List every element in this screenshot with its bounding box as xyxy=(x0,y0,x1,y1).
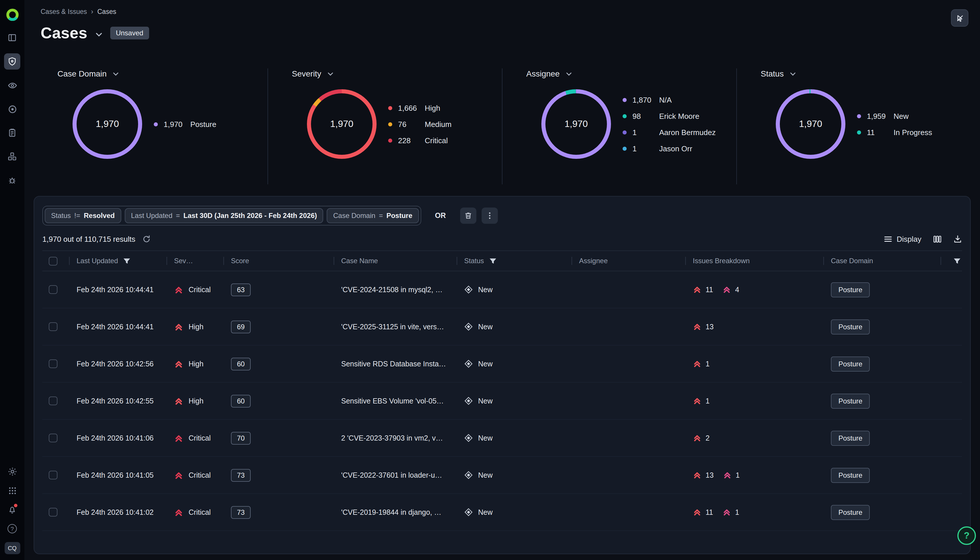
table-row[interactable]: Feb 24th 2026 10:41:02 Critical 73 'CVE-… xyxy=(42,494,962,531)
settings-gear-icon[interactable] xyxy=(4,463,20,479)
column-label: Last Updated xyxy=(77,257,118,265)
case-name-link[interactable]: Sensitive EBS Volume 'vol-05… xyxy=(334,397,457,405)
breadcrumb-cases-and-issues[interactable]: Cases & Issues xyxy=(41,8,87,15)
column-header[interactable]: Status xyxy=(457,257,572,265)
column-filter-icon[interactable] xyxy=(489,257,497,265)
column-header[interactable]: Case Domain xyxy=(823,257,945,265)
cases-panel: Status != Resolved Last Updated = Last 3… xyxy=(33,196,971,554)
nav-threats-bug-icon[interactable] xyxy=(4,172,20,188)
chevron-down-icon xyxy=(789,70,796,77)
user-avatar[interactable]: CQ xyxy=(4,542,20,554)
nav-compliance-clipboard-icon[interactable] xyxy=(4,125,20,141)
case-domain-pill[interactable]: Posture xyxy=(831,468,870,483)
column-header[interactable]: Case Name xyxy=(334,257,457,265)
severity-label: Critical xyxy=(189,434,211,442)
row-checkbox[interactable] xyxy=(49,285,57,294)
apps-grid-icon[interactable] xyxy=(4,482,20,498)
filter-more-button[interactable] xyxy=(482,208,498,224)
filter-chip[interactable]: Last Updated = Last 30D (Jan 25th 2026 -… xyxy=(124,208,323,223)
severity-label: High xyxy=(189,360,203,368)
column-label: Issues Breakdown xyxy=(693,257,750,265)
case-name-link[interactable]: Sensitive RDS Database Insta… xyxy=(334,360,457,368)
case-name-link[interactable]: 'CVE-2022-37601 in loader-u… xyxy=(334,471,457,479)
table-row[interactable]: Feb 24th 2026 10:41:05 Critical 73 'CVE-… xyxy=(42,457,962,494)
table-row[interactable]: Feb 24th 2026 10:44:41 Critical 63 'CVE-… xyxy=(42,271,962,308)
filter-operator: = xyxy=(379,212,383,220)
refresh-button[interactable] xyxy=(142,235,151,243)
nav-assets-boxes-icon[interactable] xyxy=(4,148,20,165)
legend-dot xyxy=(388,106,392,110)
chart-section: Assignee 1,970 1,870 N/A 98 Erick Moore … xyxy=(502,68,736,184)
issue-breakdown-item: 1 xyxy=(693,397,710,405)
issue-severity-icon xyxy=(722,508,731,517)
filter-chip[interactable]: Status != Resolved xyxy=(45,208,121,223)
chevron-down-icon xyxy=(326,70,334,77)
column-header[interactable]: Assignee xyxy=(572,257,685,265)
display-icon xyxy=(884,235,893,243)
legend-count: 76 xyxy=(398,119,421,129)
breadcrumb-separator: › xyxy=(91,8,94,15)
legend-count: 228 xyxy=(398,135,421,145)
case-domain-pill[interactable]: Posture xyxy=(831,319,870,334)
notifications-bell-icon[interactable] xyxy=(4,502,20,518)
issue-severity-icon xyxy=(723,471,732,479)
table-toolbar: Display xyxy=(884,235,962,243)
table-filter-icon[interactable] xyxy=(953,257,961,265)
column-header[interactable]: Last Updated xyxy=(69,257,167,265)
cell-severity: Critical xyxy=(167,285,223,294)
donut-chart: 1,970 xyxy=(72,89,142,159)
legend-label: Erick Moore xyxy=(659,111,699,121)
download-button[interactable] xyxy=(953,235,962,243)
delete-filters-button[interactable] xyxy=(460,208,477,224)
display-label: Display xyxy=(897,235,921,243)
help-button[interactable]: ? xyxy=(957,527,976,545)
chart-dropdown[interactable]: Severity xyxy=(292,69,334,78)
filter-chip[interactable]: Case Domain = Posture xyxy=(327,208,419,223)
column-header[interactable]: Sev… xyxy=(167,257,223,265)
row-checkbox[interactable] xyxy=(49,471,57,479)
column-filter-icon[interactable] xyxy=(123,257,131,265)
table-row[interactable]: Feb 24th 2026 10:44:41 High 69 'CVE-2025… xyxy=(42,308,962,345)
results-summary: 1,970 out of 110,715 results xyxy=(42,235,135,243)
nav-cases-shield-icon[interactable] xyxy=(4,53,20,70)
case-domain-pill[interactable]: Posture xyxy=(831,356,870,371)
case-domain-pill[interactable]: Posture xyxy=(831,282,870,297)
column-header[interactable]: Score xyxy=(223,257,334,265)
chart-dropdown[interactable]: Status xyxy=(761,69,796,78)
row-checkbox[interactable] xyxy=(49,433,57,442)
severity-icon xyxy=(174,470,183,480)
table-row[interactable]: Feb 24th 2026 10:41:06 Critical 70 2 'CV… xyxy=(42,420,962,457)
title-chevron-down-icon[interactable] xyxy=(94,30,103,38)
nav-detection-target-icon[interactable] xyxy=(4,101,20,117)
chevron-down-icon xyxy=(565,70,572,77)
row-checkbox[interactable] xyxy=(49,508,57,517)
case-domain-pill[interactable]: Posture xyxy=(831,505,870,520)
column-header[interactable]: Issues Breakdown xyxy=(685,257,823,265)
case-name-link[interactable]: 2 'CVE-2023-37903 in vm2, v… xyxy=(334,434,457,442)
case-domain-pill[interactable]: Posture xyxy=(831,430,870,445)
table-row[interactable]: Feb 24th 2026 10:42:56 High 60 Sensitive… xyxy=(42,345,962,383)
case-name-link[interactable]: 'CVE-2024-21508 in mysql2, … xyxy=(334,285,457,293)
row-checkbox[interactable] xyxy=(49,322,57,331)
case-domain-pill[interactable]: Posture xyxy=(831,393,870,408)
case-name-link[interactable]: 'CVE-2025-31125 in vite, vers… xyxy=(334,323,457,331)
pointer-off-button[interactable] xyxy=(951,9,968,27)
chart-legend: 1,970 Posture xyxy=(154,119,216,129)
select-all-checkbox[interactable] xyxy=(49,257,57,265)
nav-visibility-eye-icon[interactable] xyxy=(4,77,20,93)
help-circle-icon[interactable]: ? xyxy=(4,521,20,537)
chart-dropdown[interactable]: Assignee xyxy=(526,69,572,78)
orca-logo[interactable] xyxy=(5,8,19,22)
case-name-link[interactable]: 'CVE-2019-19844 in django, … xyxy=(334,508,457,516)
breadcrumb-cases[interactable]: Cases xyxy=(97,8,116,15)
cell-issues: 1 xyxy=(685,359,823,368)
row-checkbox[interactable] xyxy=(49,359,57,368)
severity-label: Critical xyxy=(189,471,211,479)
display-button[interactable]: Display xyxy=(884,235,921,243)
nav-dashboard[interactable] xyxy=(4,30,20,46)
table-row[interactable]: Feb 24th 2026 10:42:55 High 60 Sensitive… xyxy=(42,383,962,420)
row-checkbox[interactable] xyxy=(49,397,57,405)
chart-dropdown[interactable]: Case Domain xyxy=(57,69,120,78)
filter-join-operator[interactable]: OR xyxy=(435,212,446,220)
columns-button[interactable] xyxy=(933,235,942,243)
